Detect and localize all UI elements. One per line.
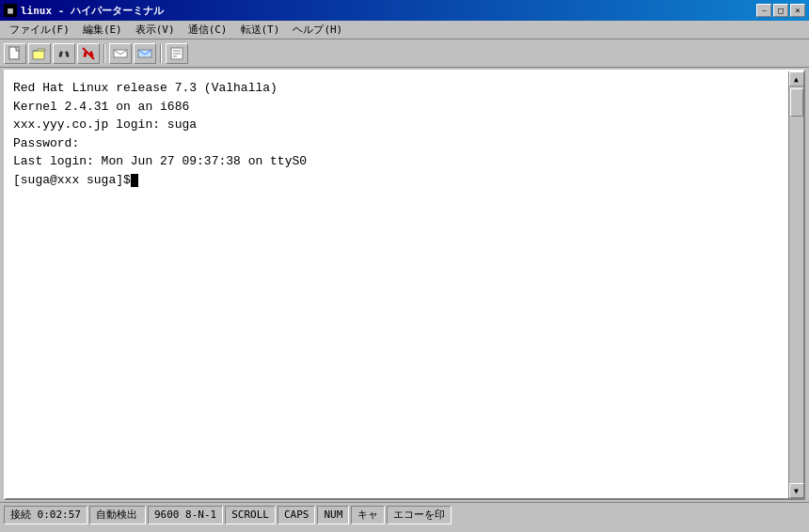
menu-help[interactable]: ヘルプ(H) bbox=[287, 22, 348, 38]
menu-edit[interactable]: 編集(E) bbox=[77, 22, 128, 38]
status-bar: 接続 0:02:57 自動検出 9600 8-N-1 SCROLL CAPS N… bbox=[0, 502, 809, 526]
num-lock-status: NUM bbox=[317, 506, 349, 524]
terminal-line-1: Red Hat Linux release 7.3 (Valhalla) bbox=[13, 79, 781, 98]
menu-comms[interactable]: 通信(C) bbox=[182, 22, 233, 38]
title-controls[interactable]: － □ × bbox=[756, 4, 805, 17]
key-status: キャ bbox=[351, 506, 385, 524]
terminal-output[interactable]: Red Hat Linux release 7.3 (Valhalla) Ker… bbox=[6, 71, 788, 498]
terminal-line-6: Last login: Mon Jun 27 09:37:38 on ttyS0 bbox=[13, 152, 781, 171]
terminal-line-5: Password: bbox=[13, 134, 781, 153]
scroll-thumb[interactable] bbox=[790, 88, 803, 117]
terminal-line-4: xxx.yyy.co.jp login: suga bbox=[13, 116, 781, 134]
menu-transfer[interactable]: 転送(T) bbox=[235, 22, 286, 38]
auto-detect-status: 自動検出 bbox=[89, 506, 146, 524]
minimize-button[interactable]: － bbox=[756, 4, 771, 17]
toolbar-open[interactable] bbox=[28, 43, 51, 64]
window-title: linux - ハイパーターミナル bbox=[21, 4, 164, 18]
toolbar-new[interactable] bbox=[4, 43, 26, 64]
scroll-up-button[interactable]: ▲ bbox=[789, 71, 804, 86]
terminal-line-7: [suga@xxx suga]$ bbox=[13, 171, 781, 190]
app-icon: ▦ bbox=[4, 4, 17, 17]
toolbar-hangup[interactable] bbox=[77, 43, 100, 64]
main-window: Red Hat Linux release 7.3 (Valhalla) Ker… bbox=[4, 70, 805, 500]
title-bar-left: ▦ linux - ハイパーターミナル bbox=[4, 4, 164, 18]
terminal-line-2: Kernel 2.4.31 on an i686 bbox=[13, 98, 781, 117]
scroll-track[interactable] bbox=[789, 86, 803, 483]
menu-bar: ファイル(F) 編集(E) 表示(V) 通信(C) 転送(T) ヘルプ(H) bbox=[0, 21, 809, 39]
toolbar-receive[interactable] bbox=[134, 43, 156, 64]
close-button[interactable]: × bbox=[790, 4, 805, 17]
toolbar-sep-1 bbox=[103, 44, 105, 63]
toolbar-send[interactable] bbox=[109, 43, 132, 64]
menu-view[interactable]: 表示(V) bbox=[130, 22, 181, 38]
title-bar: ▦ linux - ハイパーターミナル － □ × bbox=[0, 0, 809, 21]
caps-lock-status: CAPS bbox=[278, 506, 316, 524]
menu-file[interactable]: ファイル(F) bbox=[4, 22, 75, 38]
scrollbar[interactable]: ▲ ▼ bbox=[788, 71, 803, 498]
toolbar bbox=[0, 39, 809, 68]
terminal-cursor bbox=[131, 174, 138, 187]
toolbar-sep-2 bbox=[160, 44, 162, 63]
speed-status: 9600 8-N-1 bbox=[148, 506, 223, 524]
maximize-button[interactable]: □ bbox=[773, 4, 788, 17]
scroll-down-button[interactable]: ▼ bbox=[789, 483, 804, 498]
toolbar-properties[interactable] bbox=[166, 43, 188, 64]
scroll-lock-status: SCROLL bbox=[225, 506, 276, 524]
connection-status: 接続 0:02:57 bbox=[4, 506, 87, 524]
toolbar-dial[interactable] bbox=[53, 43, 75, 64]
echo-status: エコーを印 bbox=[387, 506, 452, 524]
svg-rect-1 bbox=[33, 51, 44, 59]
svg-marker-2 bbox=[33, 49, 45, 51]
